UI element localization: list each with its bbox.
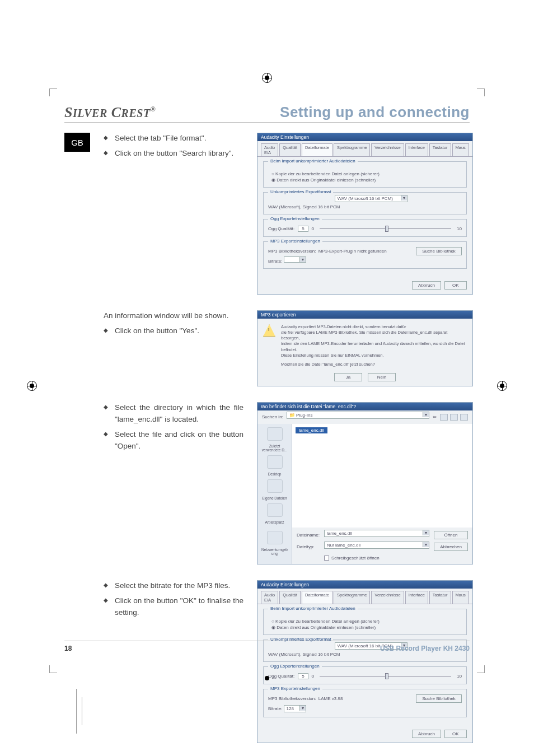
instruction-item: Click on the button "Search library". bbox=[104, 148, 243, 160]
binding-mark bbox=[76, 689, 77, 734]
page-number: 18 bbox=[64, 645, 72, 652]
crop-mark bbox=[474, 662, 485, 673]
tab[interactable]: Audio E/A bbox=[261, 143, 278, 156]
format-description: WAV (Microsoft), Signed 16 bit PCM bbox=[268, 204, 462, 209]
format-select[interactable]: WAV (Microsoft 16 bit PCM)▾ bbox=[335, 195, 407, 202]
ogg-quality-slider[interactable]: Ogg Qualität: 5 0 10 bbox=[268, 673, 462, 679]
print-registration-mark bbox=[497, 381, 507, 391]
group-label: Unkomprimiertes Exportformat bbox=[268, 189, 333, 194]
file-item-selected[interactable]: lame_enc.dll bbox=[296, 427, 327, 433]
print-registration-mark bbox=[262, 73, 272, 83]
filetype-select[interactable]: Nur lame_enc.dll▾ bbox=[324, 542, 429, 549]
radio-option[interactable]: ◉ Daten direkt aus Originaldatei einlese… bbox=[271, 625, 462, 630]
tab[interactable]: Audio E/A bbox=[261, 591, 278, 604]
lookin-label: Suchen in: bbox=[262, 414, 283, 419]
dialog-titlebar: Audacity Einstellungen bbox=[257, 581, 472, 589]
ok-button[interactable]: OK bbox=[444, 730, 467, 738]
dialog-tabs: Audio E/A Qualität Dateiformate Spektrog… bbox=[257, 589, 472, 604]
new-folder-icon[interactable] bbox=[450, 414, 458, 421]
back-icon[interactable]: ⇦ bbox=[433, 414, 437, 419]
tab[interactable]: Verzeichnisse bbox=[371, 591, 404, 604]
language-tab: GB bbox=[64, 133, 90, 152]
filename-field[interactable]: lame_enc.dll▾ bbox=[324, 530, 429, 537]
tab[interactable]: Spektrogramme bbox=[334, 591, 370, 604]
tab[interactable]: Qualität bbox=[279, 143, 301, 156]
print-registration-mark bbox=[27, 381, 37, 391]
computer-icon[interactable] bbox=[267, 503, 283, 517]
crop-mark bbox=[49, 88, 60, 100]
page-header: SILVER CREST® Setting up and connecting bbox=[64, 104, 470, 123]
tab[interactable]: Tastatur bbox=[429, 591, 451, 604]
lookin-select[interactable]: 📁 Plug-Ins▾ bbox=[287, 412, 429, 419]
format-description: WAV (Microsoft), Signed 16 bit PCM bbox=[268, 652, 462, 657]
ogg-quality-slider[interactable]: Ogg Qualität: 5 0 10 bbox=[268, 226, 462, 232]
dialog-titlebar: MP3 exportieren bbox=[257, 311, 472, 319]
radio-option[interactable]: ○ Kopie der zu bearbeitenden Datei anleg… bbox=[271, 619, 462, 624]
screenshot-preferences-dialog: Audacity Einstellungen Audio E/A Qualitä… bbox=[257, 133, 473, 295]
instruction-item: Select the bitrate for the MP3 files. bbox=[104, 580, 243, 592]
tab-active[interactable]: Dateiformate bbox=[302, 591, 332, 604]
group-label: Ogg Exporteinstellungen bbox=[268, 216, 322, 221]
instruction-item: Click on the button "Yes". bbox=[104, 325, 243, 337]
cancel-button[interactable]: Abbruch bbox=[412, 730, 441, 738]
section-title: Setting up and connecting bbox=[280, 104, 470, 121]
dialog-titlebar: Wo befindet sich ist die Datei "lame_enc… bbox=[257, 403, 472, 410]
group-label: Beim Import unkomprimierter Audiodateien bbox=[268, 158, 358, 164]
radio-option[interactable]: ◉ Daten direkt aus Originaldatei einlese… bbox=[271, 178, 462, 183]
group-label: MP3 Exporteinstellungen bbox=[268, 239, 322, 244]
instruction-item: Select the tab "File format". bbox=[104, 133, 243, 144]
crop-mark bbox=[49, 662, 60, 673]
network-icon[interactable] bbox=[267, 531, 283, 544]
binding-mark bbox=[82, 697, 82, 725]
screenshot-preferences-dialog-final: Audacity Einstellungen Audio E/A Qualitä… bbox=[257, 580, 473, 743]
yes-button[interactable]: Ja bbox=[334, 373, 362, 381]
cancel-button[interactable]: Abbruch bbox=[412, 281, 441, 290]
search-library-button[interactable]: Suche Bibliothek bbox=[416, 247, 462, 255]
places-bar: Zuletzt verwendete D... Desktop Eigene D… bbox=[257, 424, 292, 528]
crop-mark bbox=[474, 88, 485, 100]
warning-icon bbox=[263, 324, 275, 337]
tab[interactable]: Tastatur bbox=[429, 143, 451, 156]
tab[interactable]: Spektrogramme bbox=[334, 143, 370, 156]
cancel-button[interactable]: Abbrechen bbox=[434, 543, 468, 551]
screenshot-message-box: MP3 exportieren Audacity exportiert MP3-… bbox=[257, 310, 473, 386]
filename-label: Dateiname: bbox=[297, 533, 320, 538]
ok-button[interactable]: OK bbox=[444, 281, 467, 290]
open-button[interactable]: Öffnen bbox=[434, 531, 468, 539]
group-label: Ogg Exporteinstellungen bbox=[268, 664, 322, 669]
documents-icon[interactable] bbox=[267, 479, 283, 493]
bitrate-select[interactable]: ▾ bbox=[284, 256, 306, 263]
tab[interactable]: Interface bbox=[405, 143, 428, 156]
tab[interactable]: Qualität bbox=[279, 591, 301, 604]
radio-option[interactable]: ○ Kopie der zu bearbeitenden Datei anleg… bbox=[271, 171, 462, 176]
page-footer: 18 USB Record Player KH 2430 bbox=[64, 641, 470, 652]
instruction-item: Select the directory in which the file "… bbox=[104, 402, 243, 426]
message-question: Möchten sie die Datei "lame_enc.dll" jet… bbox=[281, 362, 467, 367]
tab-active[interactable]: Dateiformate bbox=[302, 143, 332, 156]
no-button[interactable]: Nein bbox=[368, 373, 396, 381]
readonly-checkbox[interactable]: Schreibgeschützt öffnen bbox=[324, 556, 429, 561]
product-name: USB Record Player KH 2430 bbox=[380, 645, 470, 652]
view-menu-icon[interactable] bbox=[460, 414, 468, 421]
tab[interactable]: Maus bbox=[452, 591, 469, 604]
desktop-icon[interactable] bbox=[267, 455, 283, 469]
instruction-text: An information window will be shown. bbox=[104, 310, 243, 322]
recent-icon[interactable] bbox=[267, 427, 283, 441]
up-folder-icon[interactable] bbox=[440, 414, 448, 421]
group-label: Beim Import unkomprimierter Audiodateien bbox=[268, 606, 358, 611]
instruction-item: Select the file and click on the button … bbox=[104, 429, 243, 452]
filetype-label: Dateityp: bbox=[297, 544, 320, 549]
dialog-tabs: Audio E/A Qualität Dateiformate Spektrog… bbox=[257, 141, 472, 157]
screenshot-file-dialog: Wo befindet sich ist die Datei "lame_enc… bbox=[257, 402, 473, 564]
tab[interactable]: Maus bbox=[452, 143, 469, 156]
bitrate-select[interactable]: 128▾ bbox=[284, 705, 306, 712]
message-text: Audacity exportiert MP3-Dateien nicht di… bbox=[281, 324, 467, 358]
dialog-titlebar: Audacity Einstellungen bbox=[257, 133, 472, 141]
group-label: MP3 Exporteinstellungen bbox=[268, 686, 322, 691]
brand-logo: SILVER CREST® bbox=[64, 104, 156, 121]
tab[interactable]: Interface bbox=[405, 591, 428, 604]
instruction-item: Click on the button "OK" to finalise the… bbox=[104, 595, 243, 619]
tab[interactable]: Verzeichnisse bbox=[371, 143, 404, 156]
search-library-button[interactable]: Suche Bibliothek bbox=[416, 694, 462, 703]
